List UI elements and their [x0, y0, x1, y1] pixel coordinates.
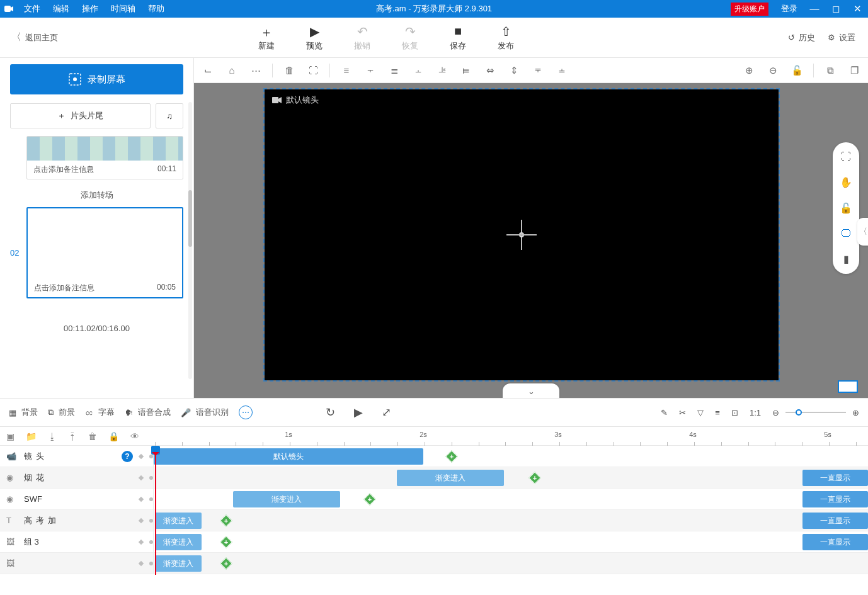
track-body[interactable]: 渐变进入+	[154, 553, 868, 574]
keyframe-dot[interactable]	[149, 519, 153, 523]
add-keyframe-button[interactable]: +	[445, 450, 458, 463]
minimize-button[interactable]: —	[804, 0, 825, 18]
clip-bar[interactable]: 渐变进入	[155, 534, 202, 550]
track-body[interactable]: 渐变进入+一直显示	[154, 510, 868, 531]
align-bottom2-icon[interactable]: ⫨	[554, 65, 569, 76]
main-publish-button[interactable]: ⇧发布	[498, 24, 514, 52]
history-button[interactable]: ↺ 历史	[788, 32, 815, 43]
end-behavior-bar[interactable]: 一直显示	[802, 534, 868, 550]
align-top-icon[interactable]: ⫠	[411, 65, 426, 76]
track-body[interactable]: 默认镜头+	[154, 446, 868, 467]
clip-item-2-selected[interactable]: 点击添加备注信息 00:05	[26, 207, 183, 298]
maximize-button[interactable]: ◻	[825, 0, 847, 18]
track-header[interactable]: ◉烟花	[0, 467, 154, 488]
unlock-icon[interactable]: 🔓	[840, 202, 852, 214]
record-screen-button[interactable]: 录制屏幕	[10, 64, 183, 94]
lock-icon[interactable]: 🔓	[789, 65, 804, 76]
add-keyframe-button[interactable]: +	[220, 557, 232, 570]
menu-file[interactable]: 文件	[18, 0, 47, 18]
tab-asr[interactable]: 🎤语音识别	[181, 407, 229, 418]
add-keyframe-button[interactable]: +	[220, 514, 232, 527]
help-icon[interactable]: ?	[122, 451, 133, 462]
keyframe-dot[interactable]	[139, 518, 144, 523]
track-header[interactable]: 🖼组 3	[0, 531, 154, 552]
clip-bar[interactable]: 渐变进入	[233, 491, 340, 507]
hand-icon[interactable]: ✋	[840, 176, 852, 188]
track-body[interactable]: 渐变进入+一直显示	[154, 489, 868, 509]
tab-subtitle[interactable]: ㏄字幕	[85, 407, 115, 418]
track-header[interactable]: ◉SWF	[0, 489, 154, 509]
keyframe-dot[interactable]	[139, 496, 144, 501]
music-button[interactable]: ♫	[156, 103, 183, 128]
add-track-icon[interactable]: ▣	[6, 431, 14, 441]
align-center-h-icon[interactable]: ⫟	[363, 65, 378, 76]
zoom-slider[interactable]: ⊖ ⊕	[772, 408, 859, 417]
zoom-out-icon[interactable]: ⊖	[772, 408, 779, 417]
keyframe-dot[interactable]	[139, 560, 144, 565]
fullscreen-icon[interactable]: ⛶	[841, 151, 851, 162]
main-new-button[interactable]: ＋新建	[258, 24, 275, 52]
track-header[interactable]: 📹镜头?	[0, 446, 154, 467]
track-header[interactable]: 🖼	[0, 553, 154, 574]
duplicate-icon[interactable]: ❐	[847, 65, 862, 76]
playhead[interactable]	[155, 446, 156, 575]
lock-icon[interactable]: 🔒	[108, 431, 119, 441]
sidebar-scrollbar[interactable]	[188, 102, 192, 379]
titles-button[interactable]: ＋ 片头片尾	[10, 103, 151, 128]
keyframe-dot[interactable]	[139, 475, 144, 480]
zoom-out-icon[interactable]: ⊖	[765, 65, 780, 76]
filter-icon[interactable]: ▽	[697, 408, 704, 417]
back-home-button[interactable]: 〈 返回主页	[0, 31, 69, 44]
login-link[interactable]: 登录	[775, 3, 804, 14]
focus-icon[interactable]: ⛶	[306, 65, 321, 76]
clip-bar[interactable]: 默认镜头	[154, 448, 423, 465]
menu-timeline[interactable]: 时间轴	[105, 0, 142, 18]
end-behavior-bar[interactable]: 一直显示	[802, 470, 868, 486]
settings-button[interactable]: ⚙ 设置	[828, 32, 855, 43]
dist-v-icon[interactable]: ⇕	[506, 65, 522, 76]
eye-icon[interactable]: 👁	[130, 431, 139, 441]
dist-h-icon[interactable]: ⇔	[483, 65, 498, 76]
keyframe-dot[interactable]	[139, 453, 144, 458]
keyframe-dot[interactable]	[149, 540, 153, 544]
track-header[interactable]: T高考加	[0, 510, 154, 531]
clip-bar[interactable]: 渐变进入	[155, 513, 202, 529]
monitor-icon[interactable]: 🖵	[841, 228, 851, 239]
main-preview-button[interactable]: ▶预览	[306, 24, 323, 52]
add-transition-button[interactable]: 添加转场	[10, 184, 183, 207]
cut-icon[interactable]: ✂	[679, 408, 686, 417]
align-top2-icon[interactable]: ⫧	[530, 65, 545, 76]
download-icon[interactable]: ⭳	[48, 431, 57, 441]
align-middle-icon[interactable]: ⫡	[435, 65, 450, 76]
canvas-screen[interactable]: 默认镜头	[265, 89, 779, 380]
phone-icon[interactable]: ▮	[843, 253, 849, 265]
edit-icon[interactable]: ✎	[661, 408, 668, 417]
play-icon[interactable]: ▶	[354, 405, 363, 419]
tab-tts[interactable]: 🗣语音合成	[125, 407, 171, 418]
menu-action[interactable]: 操作	[76, 0, 105, 18]
main-save-button[interactable]: ■保存	[450, 24, 466, 52]
keyframe-dot[interactable]	[149, 497, 153, 501]
sliders-icon[interactable]: ≡	[715, 408, 720, 417]
trash-icon[interactable]: 🗑	[282, 65, 297, 76]
more-tabs-button[interactable]: ⋯	[239, 405, 253, 419]
home-icon[interactable]: ⌂	[224, 65, 239, 76]
zoom-in-icon[interactable]: ⊕	[741, 65, 757, 76]
copy-icon[interactable]: ⧉	[823, 65, 838, 76]
trash-icon[interactable]: 🗑	[88, 431, 97, 441]
track-body[interactable]: 渐变进入+一直显示	[154, 531, 868, 552]
upload-icon[interactable]: ⭱	[68, 431, 77, 441]
close-button[interactable]: ✕	[847, 0, 868, 18]
track-body[interactable]: 渐变进入+一直显示	[154, 467, 868, 488]
tab-foreground[interactable]: ⧉前景	[48, 407, 75, 418]
time-ruler[interactable]: 1s2s3s4s5s	[154, 427, 868, 446]
zoom-in-icon[interactable]: ⊕	[852, 408, 859, 417]
stage[interactable]: 默认镜头 ⌄ ⛶ ✋ 🔓 🖵 ▮ 〈	[194, 83, 868, 398]
add-keyframe-button[interactable]: +	[363, 493, 376, 506]
add-keyframe-button[interactable]: +	[528, 472, 541, 484]
align-left-icon[interactable]: ≡	[339, 65, 354, 76]
collapse-right-handle[interactable]: 〈	[857, 218, 868, 246]
ruler-icon[interactable]: ⌙	[200, 65, 215, 76]
keyframe-dot[interactable]	[149, 476, 153, 480]
end-behavior-bar[interactable]: 一直显示	[802, 491, 868, 507]
